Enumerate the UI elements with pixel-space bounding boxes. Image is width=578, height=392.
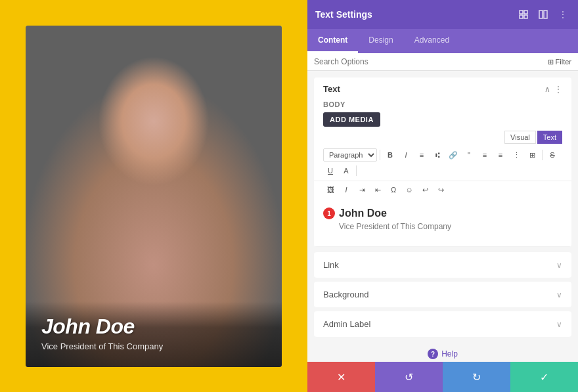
text-section-header[interactable]: Text ∧ ⋮ xyxy=(314,77,571,100)
emoji-button[interactable]: ☺ xyxy=(402,183,416,197)
columns-icon[interactable] xyxy=(536,7,550,22)
color-button[interactable]: A xyxy=(339,163,353,178)
text-section-title: Text xyxy=(323,84,340,94)
format-select[interactable]: Paragraph xyxy=(323,148,377,162)
help-button[interactable]: ? Help xyxy=(428,349,458,359)
undo-icon: ↺ xyxy=(405,371,413,383)
link-section: Link ∨ xyxy=(314,252,571,278)
svg-rect-2 xyxy=(520,15,523,18)
background-section: Background ∨ xyxy=(314,282,571,307)
toolbar-separator-1 xyxy=(380,150,380,160)
text-button[interactable]: Text xyxy=(537,131,562,144)
admin-label-section-header[interactable]: Admin Label ∨ xyxy=(314,311,571,337)
italic2-button[interactable]: I xyxy=(339,183,353,197)
add-media-button[interactable]: ADD MEDIA xyxy=(323,112,380,127)
left-panel: John Doe Vice President of This Company xyxy=(0,0,307,392)
strikethrough-button[interactable]: S xyxy=(545,148,560,162)
undo-editor-button[interactable]: ↩ xyxy=(418,183,432,197)
align-center-button[interactable]: ≡ xyxy=(493,148,508,162)
add-media-row: ADD MEDIA xyxy=(314,112,571,131)
svg-rect-0 xyxy=(520,11,523,14)
blockquote-button[interactable]: " xyxy=(462,148,476,162)
unordered-list-button[interactable]: ≡ xyxy=(414,148,429,162)
admin-label-section: Admin Label ∨ xyxy=(314,311,571,337)
card-person-title: Vice President of This Company xyxy=(41,341,266,351)
filter-icon: ⊞ xyxy=(548,58,554,66)
link-button[interactable]: 🔗 xyxy=(446,148,460,162)
editor-toolbar-row2: 🖼 I ⇥ ⇤ Ω ☺ ↩ ↪ xyxy=(314,181,571,201)
special-chars-button[interactable]: Ω xyxy=(386,183,401,197)
outdent-button[interactable]: ⇤ xyxy=(370,183,385,197)
link-chevron-icon: ∨ xyxy=(556,261,562,270)
help-label: Help xyxy=(441,349,458,359)
search-input[interactable] xyxy=(314,57,548,66)
underline-button[interactable]: U xyxy=(323,163,338,178)
svg-rect-5 xyxy=(544,11,547,18)
body-label: Body xyxy=(314,100,571,112)
tabs-bar: Content Design Advanced xyxy=(307,29,578,53)
right-panel: Text Settings ⋮ Content Design A xyxy=(307,0,578,392)
table-button[interactable]: ⊞ xyxy=(525,148,539,162)
settings-header: Text Settings ⋮ xyxy=(307,0,578,29)
card-person-name: John Doe xyxy=(41,315,266,339)
bold-button[interactable]: B xyxy=(383,148,397,162)
card-overlay: John Doe Vice President of This Company xyxy=(26,301,282,367)
align-left-button[interactable]: ≡ xyxy=(478,148,492,162)
background-section-label: Background xyxy=(323,290,368,299)
visual-text-row: Visual Text xyxy=(314,131,571,146)
more-icon[interactable]: ⋮ xyxy=(556,7,570,22)
tab-design[interactable]: Design xyxy=(358,29,403,53)
main-content: Text ∧ ⋮ Body ADD MEDIA Visual Text Para… xyxy=(307,71,578,362)
indent-button[interactable]: ⇥ xyxy=(355,183,369,197)
editor-toolbar-row1: Paragraph B I ≡ ⑆ 🔗 " ≡ ≡ ⋮ ⊞ S U A xyxy=(314,146,571,181)
save-icon: ✓ xyxy=(540,371,548,383)
settings-title: Text Settings xyxy=(315,9,372,20)
section-menu-icon: ⋮ xyxy=(554,85,562,94)
redo-icon: ↻ xyxy=(472,371,481,383)
help-icon: ? xyxy=(428,349,438,359)
svg-rect-1 xyxy=(524,11,527,14)
align-right-button[interactable]: ⋮ xyxy=(509,148,523,162)
svg-rect-3 xyxy=(524,15,527,18)
image-toolbar-button[interactable]: 🖼 xyxy=(323,183,338,197)
background-chevron-icon: ∨ xyxy=(556,290,562,299)
redo-editor-button[interactable]: ↪ xyxy=(434,183,448,197)
header-icons: ⋮ xyxy=(516,7,570,22)
svg-rect-4 xyxy=(539,11,543,18)
ordered-list-button[interactable]: ⑆ xyxy=(430,148,445,162)
action-bar: ✕ ↺ ↻ ✓ xyxy=(307,362,578,392)
redo-button[interactable]: ↻ xyxy=(443,362,510,392)
admin-label-section-label: Admin Label xyxy=(323,319,370,329)
help-row: ? Help xyxy=(314,341,571,362)
cancel-button[interactable]: ✕ xyxy=(307,362,375,392)
tab-advanced[interactable]: Advanced xyxy=(404,29,460,53)
save-button[interactable]: ✓ xyxy=(510,362,578,392)
profile-card: John Doe Vice President of This Company xyxy=(26,26,282,367)
editor-subtitle: Vice President of This Company xyxy=(339,222,562,231)
background-section-header[interactable]: Background ∨ xyxy=(314,282,571,307)
link-section-label: Link xyxy=(323,260,339,270)
link-section-header[interactable]: Link ∨ xyxy=(314,252,571,278)
toolbar-separator-2 xyxy=(542,150,543,160)
text-section-card: Text ∧ ⋮ Body ADD MEDIA Visual Text Para… xyxy=(314,77,571,247)
section-toggle: ∧ ⋮ xyxy=(545,85,562,94)
cancel-icon: ✕ xyxy=(337,371,345,383)
resize-icon[interactable] xyxy=(516,7,531,22)
editor-name: John Doe xyxy=(339,207,562,219)
editor-content[interactable]: 1 John Doe Vice President of This Compan… xyxy=(314,201,571,247)
visual-button[interactable]: Visual xyxy=(504,131,536,144)
undo-button[interactable]: ↺ xyxy=(375,362,443,392)
italic-button[interactable]: I xyxy=(399,148,413,162)
toolbar-separator-3 xyxy=(356,165,357,176)
editor-badge: 1 xyxy=(323,207,335,219)
filter-button[interactable]: ⊞ Filter xyxy=(548,58,571,66)
tab-content[interactable]: Content xyxy=(307,29,358,53)
collapse-icon: ∧ xyxy=(545,85,550,94)
search-bar: ⊞ Filter xyxy=(307,53,578,71)
filter-label: Filter xyxy=(556,58,571,66)
admin-label-chevron-icon: ∨ xyxy=(556,320,562,329)
